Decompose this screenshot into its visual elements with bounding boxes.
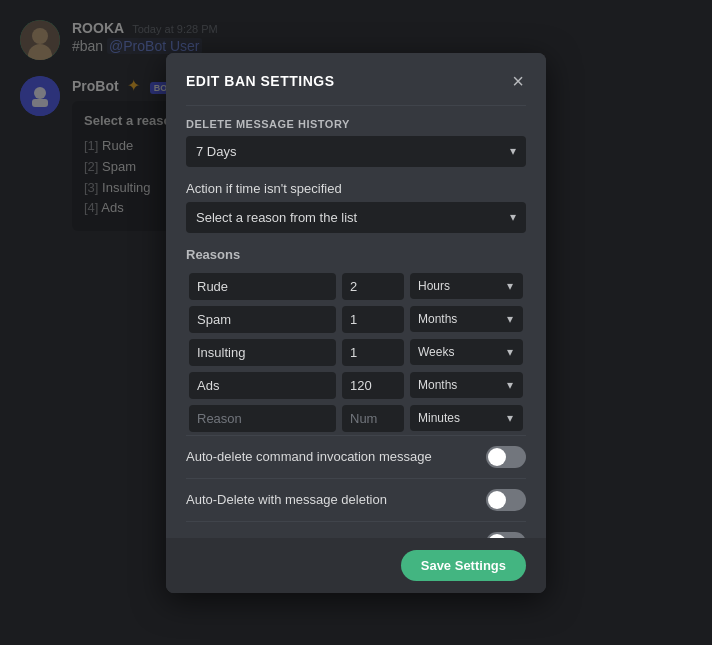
table-row: Minutes Hours Days Weeks Months [186,369,526,402]
reason-unit-select-wrapper: Minutes Hours Days Weeks Months [410,306,523,332]
delete-history-label: DELETE MESSAGE HISTORY [186,118,526,130]
reasons-label: Reasons [186,247,526,262]
modal-body: DELETE MESSAGE HISTORY Don't Delete 1 Da… [166,105,546,538]
reason-unit-select[interactable]: Minutes Hours Days Weeks Months [410,306,523,332]
reason-name-cell [186,303,339,336]
reason-name-input-empty[interactable] [189,405,336,432]
reason-unit-select-wrapper: Minutes Hours Days Weeks Months [410,339,523,365]
reason-num-cell [339,369,407,402]
reason-name-cell [186,402,339,435]
reason-num-input[interactable] [342,372,404,399]
table-row: Minutes Hours Days Weeks Months [186,270,526,303]
toggle-row-1: Auto-delete command invocation message [186,435,526,478]
chat-background: ROOKA Today at 9:28 PM #ban @ProBot User… [0,0,712,645]
reason-unit-cell: Minutes Hours Days Weeks Months [407,402,526,435]
reason-unit-cell: Minutes Hours Days Weeks Months [407,369,526,402]
reason-name-input[interactable] [189,372,336,399]
reason-unit-select[interactable]: Minutes Hours Days Weeks Months [410,372,523,398]
reason-unit-select[interactable]: Minutes Hours Days Weeks Months [410,405,523,431]
edit-ban-modal: EDIT BAN SETTINGS × DELETE MESSAGE HISTO… [166,53,546,593]
reason-name-cell [186,369,339,402]
reason-num-input-empty[interactable] [342,405,404,432]
reason-name-input[interactable] [189,306,336,333]
reason-unit-select-wrapper: Minutes Hours Days Weeks Months [410,372,523,398]
delete-history-select[interactable]: Don't Delete 1 Day 7 Days 2 Weeks [186,136,526,167]
action-if-time-select[interactable]: Select a reason from the list Permanent … [186,202,526,233]
table-row: Minutes Hours Days Weeks Months [186,303,526,336]
save-button[interactable]: Save Settings [401,550,526,581]
toggle-label-1: Auto-delete command invocation message [186,449,432,464]
table-row: Minutes Hours Days Weeks Months [186,336,526,369]
divider [186,105,526,106]
toggle-2[interactable] [486,489,526,511]
reasons-table: Minutes Hours Days Weeks Months [186,270,526,435]
reason-unit-select-wrapper: Minutes Hours Days Weeks Months [410,405,523,431]
reason-num-cell [339,402,407,435]
reason-unit-cell: Minutes Hours Days Weeks Months [407,336,526,369]
toggle-1[interactable] [486,446,526,468]
reason-num-input[interactable] [342,339,404,366]
reason-name-input[interactable] [189,339,336,366]
toggle-3[interactable] [486,532,526,538]
reason-name-cell [186,336,339,369]
modal-footer: Save Settings [166,538,546,593]
reason-num-input[interactable] [342,273,404,300]
reason-unit-select-wrapper: Minutes Hours Days Weeks Months [410,273,523,299]
close-button[interactable]: × [510,69,526,93]
reason-name-input[interactable] [189,273,336,300]
toggle-row-3: Auto-delete bot's reply message after 5 … [186,521,526,538]
modal-title: EDIT BAN SETTINGS [186,73,335,89]
toggle-row-2: Auto-Delete with message deletion [186,478,526,521]
modal-header: EDIT BAN SETTINGS × [166,53,546,105]
table-row: Minutes Hours Days Weeks Months [186,402,526,435]
reason-num-input[interactable] [342,306,404,333]
reason-num-cell [339,270,407,303]
action-if-time-select-wrapper: Select a reason from the list Permanent … [186,202,526,233]
reason-unit-cell: Minutes Hours Days Weeks Months [407,303,526,336]
reason-unit-select[interactable]: Minutes Hours Days Weeks Months [410,339,523,365]
reason-num-cell [339,336,407,369]
reason-name-cell [186,270,339,303]
reason-unit-cell: Minutes Hours Days Weeks Months [407,270,526,303]
reason-unit-select[interactable]: Minutes Hours Days Weeks Months [410,273,523,299]
toggle-label-2: Auto-Delete with message deletion [186,492,387,507]
delete-history-select-wrapper: Don't Delete 1 Day 7 Days 2 Weeks [186,136,526,167]
modal-overlay: EDIT BAN SETTINGS × DELETE MESSAGE HISTO… [0,0,712,645]
action-if-time-label: Action if time isn't specified [186,181,526,196]
reason-num-cell [339,303,407,336]
